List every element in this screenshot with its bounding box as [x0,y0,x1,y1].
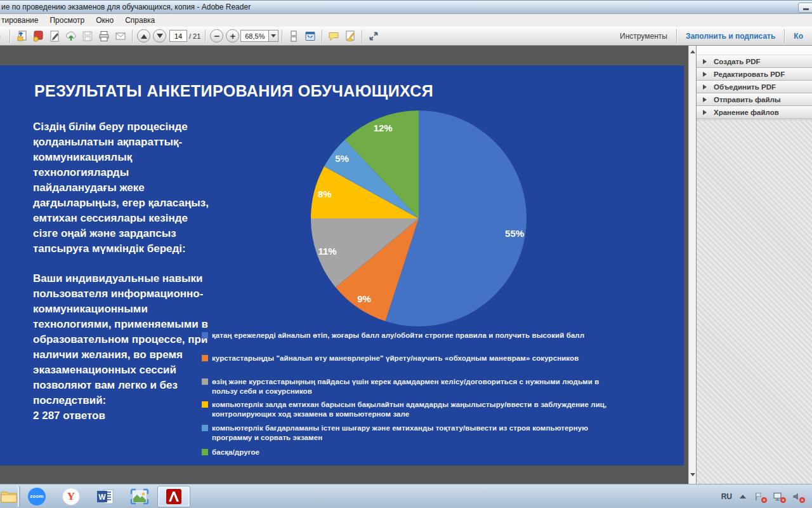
legend-item-4: компьютерлік бағдарламаны істен шығару ж… [202,424,624,443]
email-button[interactable] [113,29,128,44]
panel-item-label: Создать PDF [714,58,761,65]
menu-item-2[interactable]: Окно [90,15,119,26]
triangle-expand-icon [703,72,709,77]
paragraph-russian: Ваши индивидуальные навыки пользователя … [33,271,213,408]
comment-bubble-button[interactable] [326,29,341,44]
legend-item-3: компьютерлік залда емтихан барысын бақыл… [202,400,624,419]
tools-panel-header [697,46,812,55]
legend-color-swatch [202,425,208,431]
highlight-icon [344,30,357,43]
legend-item-text: курстастарыңды "айналып өту маневрлеріне… [212,354,579,363]
menu-item-1[interactable]: Просмотр [44,15,90,26]
window-titlebar: ие по проведению экзаменов для обучающих… [0,0,812,14]
legend-item-text: өзің және курстастарыңның пайдасы үшін к… [212,377,624,396]
legend-item-text: қатаң ережелерді айналып өтіп, жоғары ба… [212,331,584,340]
menu-item-0[interactable]: тирование [0,15,44,26]
photo-viewer-icon [130,488,149,505]
legend-item-2: өзің және курстастарыңның пайдасы үшін к… [202,377,624,396]
pie-slice-label: 12% [374,123,393,133]
document-scrollbar[interactable] [688,46,696,484]
system-tray: RU × × × [721,491,812,502]
cloud-upload-button[interactable] [63,29,79,44]
taskbar-word-button[interactable]: W [89,486,122,507]
slide-text-column: Сіздің білім беру процесінде қолданылаты… [33,119,213,424]
open-file-icon [15,30,28,43]
taskbar-zoom-button[interactable]: zoom [20,486,53,507]
answers-count: 2 287 ответов [33,408,213,424]
adobe-reader-icon [165,488,183,505]
paragraph-kazakh: Сіздің білім беру процесінде қолданылаты… [33,119,213,257]
legend-color-swatch [202,355,208,361]
panel-item-3[interactable]: Отправить файлы [697,93,812,106]
panel-item-1[interactable]: Редактировать PDF [697,68,812,81]
panel-item-0[interactable]: Создать PDF [697,55,812,68]
fill-sign-menu[interactable]: Заполнить и подписать [677,32,784,41]
scroll-mode-icon [287,30,300,43]
taskbar-yandex-browser-button[interactable]: Y [55,486,88,507]
zoom-level-value[interactable]: 68,5% [240,30,268,42]
print-button[interactable] [96,29,112,44]
page-total-label: / 21 [189,32,200,40]
pie-slice-label: 11% [318,246,336,257]
network-status-icon[interactable]: × [773,491,784,502]
page-number-input[interactable] [169,30,187,42]
volume-muted-icon[interactable]: × [792,491,803,502]
save-button[interactable] [80,29,95,44]
plus-icon: + [230,31,235,41]
zoom-dropdown-button[interactable] [268,30,278,42]
panel-item-4[interactable]: Хранение файлов [697,106,812,119]
panel-item-label: Редактировать PDF [714,70,785,78]
send-file-button[interactable] [30,29,46,44]
window-title: ие по проведению экзаменов для обучающих… [1,3,251,11]
up-arrow-icon [141,31,147,39]
highlight-button[interactable] [343,29,358,44]
action-center-flag-icon[interactable]: × [754,491,765,502]
language-indicator[interactable]: RU [721,492,732,501]
cloud-upload-icon [65,30,77,43]
toolbar: / 21 − + 68,5% [0,27,812,46]
fullscreen-icon [367,30,380,43]
taskbar-adobe-reader-button[interactable] [157,486,190,507]
scroll-mode-button[interactable] [286,29,301,44]
triangle-expand-icon [703,59,709,64]
legend-item-0: қатаң ережелерді айналып өтіп, жоғары ба… [202,331,584,340]
zoom-in-button[interactable]: + [226,29,239,43]
next-page-button[interactable] [153,29,166,43]
send-file-icon [32,30,44,43]
zoom-out-button[interactable]: − [210,29,223,43]
minus-icon: − [214,31,219,41]
tools-panel-empty-area [697,119,812,484]
previous-page-button[interactable] [137,29,150,43]
legend-item-5: басқа/другое [202,448,259,457]
panel-item-label: Отправить файлы [714,96,781,104]
triangle-expand-icon [703,84,709,90]
menu-item-3[interactable]: Справка [119,15,160,26]
taskbar-photo-viewer-button[interactable] [123,486,156,507]
fullscreen-button[interactable] [366,29,381,44]
tray-expand-icon[interactable] [740,491,746,498]
error-badge: × [780,497,786,503]
tools-menu[interactable]: Инструменты [611,32,676,41]
panel-item-2[interactable]: Объединить PDF [697,81,812,93]
pie-chart: 55%9%11%8%5%12% [308,107,530,330]
legend-color-swatch [202,401,208,408]
sign-document-button[interactable] [47,29,62,44]
print-icon [98,30,110,43]
svg-text:W: W [98,493,106,502]
slide-title: РЕЗУЛЬТАТЫ АНКЕТИРОВАНИЯ ОБУЧАЮЩИХСЯ [34,82,433,100]
comment-menu[interactable]: Ко [785,32,812,41]
legend-item-text: компьютерлік залда емтихан барысын бақыл… [212,400,624,419]
document-area[interactable]: РЕЗУЛЬТАТЫ АНКЕТИРОВАНИЯ ОБУЧАЮЩИХСЯ Сіз… [0,46,688,484]
minimize-button[interactable] [798,3,812,13]
pie-slice-label: 8% [318,189,332,199]
fit-page-button[interactable] [303,29,318,44]
legend-color-swatch [202,332,208,338]
legend-color-swatch [202,378,208,385]
clipped-tool-icon [0,32,5,41]
legend-item-text: компьютерлік бағдарламаны істен шығару ж… [212,424,624,443]
taskbar-explorer-button[interactable] [0,486,19,507]
open-file-button[interactable] [14,29,29,44]
triangle-expand-icon [703,97,709,102]
legend-item-text: басқа/другое [212,448,259,457]
menubar: тированиеПросмотрОкноСправка [0,14,812,27]
